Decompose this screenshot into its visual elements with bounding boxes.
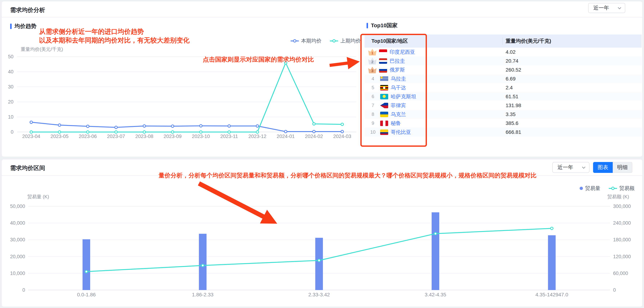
country-cell: 8乌克兰 <box>364 111 503 118</box>
legend-current-period[interactable]: 本期均价 <box>290 37 322 44</box>
avg-price-value: 131.98 <box>503 103 521 108</box>
trend-subtitle-label: 均价趋势 <box>14 22 36 30</box>
country-link[interactable]: 秘鲁 <box>391 120 401 127</box>
table-row[interactable]: 2巴拉圭20.74 <box>364 56 642 65</box>
tab-detail-view[interactable]: 明细 <box>613 162 632 173</box>
dot-marker-icon <box>580 187 583 190</box>
svg-text:2023-12: 2023-12 <box>248 134 266 139</box>
section1-divider <box>2 17 642 17</box>
table-row[interactable]: 7菲律宾131.98 <box>364 101 642 110</box>
annotation-arrow-right-icon <box>328 55 368 70</box>
legend-current-label: 本期均价 <box>301 37 322 44</box>
avg-price-value: 6.69 <box>503 76 516 82</box>
table-row[interactable]: 1印度尼西亚4.02 <box>364 47 642 56</box>
tab-chart-view[interactable]: 图表 <box>593 162 613 173</box>
country-link[interactable]: 印度尼西亚 <box>390 49 415 55</box>
legend-volume-label: 贸易量 <box>585 185 600 192</box>
chevron-down-icon <box>582 165 585 169</box>
country-link[interactable]: 俄罗斯 <box>390 66 405 73</box>
section2-range-select[interactable]: 近一年 <box>552 162 590 173</box>
svg-text:180,000: 180,000 <box>613 237 631 243</box>
trend-annotation-line1: 从需求侧分析近一年的进口均价趋势 <box>39 27 190 36</box>
country-cell: 5乌干达 <box>364 84 503 91</box>
range-bar-line-chart: 0010,00060,00020,000120,00030,000180,000… <box>2 201 642 303</box>
philippines-flag-icon <box>380 103 388 108</box>
svg-text:120,000: 120,000 <box>613 254 631 259</box>
avg-price-value: 4.02 <box>503 49 516 55</box>
svg-text:0: 0 <box>22 287 25 293</box>
section2-range-value: 近一年 <box>558 164 573 171</box>
legend-previous-label: 上期均价 <box>340 37 361 44</box>
avg-price-value: 20.74 <box>503 58 518 64</box>
avg-price-value: 61.51 <box>503 94 518 99</box>
range-annotation: 量价分析，分析每个均价区间贸易量和和贸易额，分析哪个价格区间的贸易规模最大？哪个… <box>158 171 536 180</box>
top10-table-header: Top10国家/地区 重量均价(美元/千克) <box>364 34 642 47</box>
svg-text:2023-05: 2023-05 <box>50 134 68 139</box>
peru-flag-icon <box>380 121 388 126</box>
ukraine-flag-icon <box>380 112 388 117</box>
line-marker-icon <box>290 40 299 41</box>
table-row[interactable]: 10哥伦比亚666.81 <box>364 128 642 137</box>
avg-price-value: 2.4 <box>503 85 513 91</box>
svg-text:2024-03: 2024-03 <box>333 134 351 139</box>
medal-rank-icon: 1 <box>368 49 376 55</box>
svg-text:20: 20 <box>8 99 14 105</box>
svg-text:2.33-3.42: 2.33-3.42 <box>308 292 330 298</box>
country-link[interactable]: 乌拉圭 <box>391 75 406 82</box>
table-row[interactable]: 6哈萨克斯坦61.51 <box>364 92 642 101</box>
country-link[interactable]: 哈萨克斯坦 <box>391 93 416 100</box>
svg-text:2023-11: 2023-11 <box>220 134 238 139</box>
avg-price-value: 385.6 <box>503 120 518 126</box>
trend-annotation-line2: 以及本期和去年同期的均价对比，有无较大差别变化 <box>39 36 190 45</box>
avg-price-value: 666.81 <box>503 129 521 135</box>
section1-title: 需求均价分析 <box>10 6 45 14</box>
legend-trade-volume[interactable]: 贸易量 <box>580 185 600 192</box>
table-row[interactable]: 9秘鲁385.6 <box>364 119 642 128</box>
svg-text:10: 10 <box>8 114 14 120</box>
svg-text:40,000: 40,000 <box>10 220 25 226</box>
country-cell: 2巴拉圭 <box>364 57 503 64</box>
svg-text:0: 0 <box>11 129 14 135</box>
trend-annotation: 从需求侧分析近一年的进口均价趋势 以及本期和去年同期的均价对比，有无较大差别变化 <box>39 27 190 45</box>
country-link[interactable]: 乌克兰 <box>391 111 406 118</box>
table-row[interactable]: 5乌干达2.4 <box>364 83 642 92</box>
svg-text:1.86-2.33: 1.86-2.33 <box>192 292 214 298</box>
uganda-flag-icon <box>380 85 388 90</box>
svg-text:2023-10: 2023-10 <box>192 134 210 139</box>
svg-text:60,000: 60,000 <box>613 271 628 276</box>
medal-rank-icon: 3 <box>368 66 376 73</box>
legend-value-label: 贸易额 <box>619 185 634 192</box>
svg-text:40: 40 <box>8 69 14 74</box>
country-link[interactable]: 哥伦比亚 <box>391 129 411 136</box>
country-link[interactable]: 乌干达 <box>391 84 406 91</box>
table-row[interactable]: 4乌拉圭6.69 <box>364 74 642 83</box>
svg-text:20,000: 20,000 <box>10 254 25 259</box>
svg-text:30: 30 <box>8 84 14 89</box>
table-row[interactable]: 3俄罗斯260.52 <box>364 65 642 74</box>
svg-text:30,000: 30,000 <box>10 237 25 243</box>
section1-range-select[interactable]: 近一年 <box>588 3 625 13</box>
trend-line-chart: 010203040502023-042023-052023-062023-072… <box>2 51 366 142</box>
country-link[interactable]: 菲律宾 <box>391 102 406 109</box>
top10-table-body: 1印度尼西亚4.022巴拉圭20.743俄罗斯260.524乌拉圭6.695乌干… <box>364 47 642 137</box>
svg-text:0: 0 <box>613 287 616 293</box>
country-link[interactable]: 巴拉圭 <box>390 57 405 64</box>
accent-bar-icon <box>366 23 368 28</box>
svg-text:2023-07: 2023-07 <box>107 134 125 139</box>
legend-trade-value[interactable]: 贸易额 <box>609 185 634 192</box>
col-value-header: 重量均价(美元/千克) <box>503 37 551 44</box>
annotation-arrow-down-icon <box>196 181 290 232</box>
legend-previous-period[interactable]: 上期均价 <box>330 37 361 44</box>
country-cell: 4乌拉圭 <box>364 75 503 82</box>
table-row[interactable]: 8乌克兰3.35 <box>364 110 642 119</box>
rank-number: 7 <box>368 103 378 108</box>
svg-text:2023-04: 2023-04 <box>22 134 40 139</box>
rank-number: 9 <box>368 120 378 126</box>
range-legend: 贸易量 贸易额 <box>580 185 634 192</box>
rank-number: 4 <box>368 76 378 81</box>
svg-text:2024-01: 2024-01 <box>277 134 295 139</box>
chevron-down-icon <box>618 6 621 9</box>
trend-subtitle: 均价趋势 <box>10 22 36 30</box>
svg-text:240,000: 240,000 <box>613 220 631 226</box>
demand-price-range-card: 需求均价区间 近一年 图表 明细 量价分析，分析每个均价区间贸易量和和贸易额，分… <box>2 159 642 307</box>
